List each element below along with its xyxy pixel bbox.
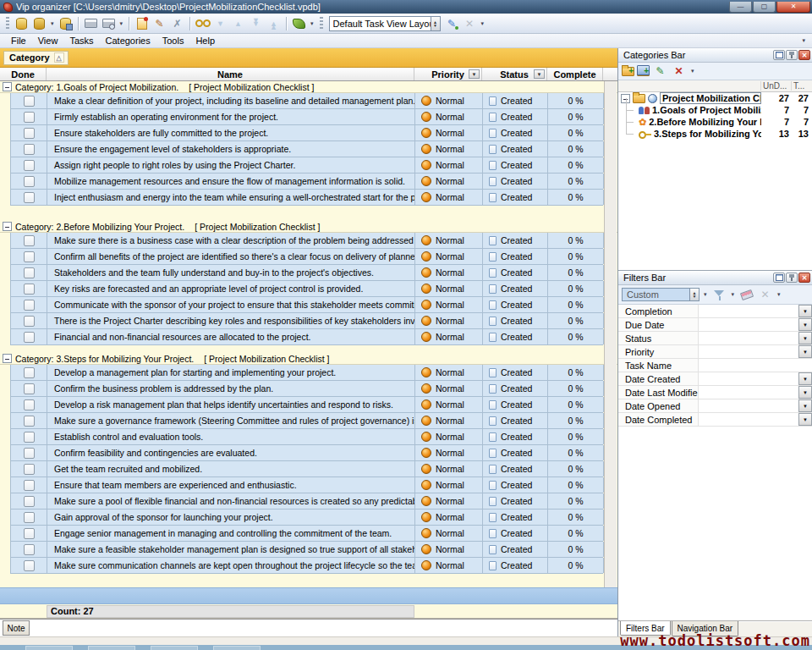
done-checkbox[interactable]: [24, 316, 35, 327]
task-row[interactable]: Engage senior management in managing and…: [11, 526, 603, 542]
task-status[interactable]: Created: [483, 526, 548, 541]
maximize-button[interactable]: ▢: [753, 2, 776, 13]
dropdown-arrow-icon[interactable]: ▾: [730, 291, 737, 298]
edit-task-icon[interactable]: ✎: [151, 15, 167, 31]
task-name[interactable]: Make a clear definition of your project,…: [47, 93, 415, 108]
category-tree-item[interactable]: 1.Goals of Project Mobilization.77: [618, 104, 812, 116]
edit-layout-icon[interactable]: ✎: [444, 15, 460, 31]
task-status[interactable]: Created: [483, 233, 548, 248]
task-row[interactable]: There is the Project Charter describing …: [11, 313, 603, 329]
column-filter-button[interactable]: ▼: [469, 69, 480, 79]
minimize-button[interactable]: —: [729, 2, 752, 13]
task-status[interactable]: Created: [483, 429, 548, 444]
task-priority[interactable]: Normal: [415, 265, 483, 280]
move-down-icon[interactable]: ▼: [212, 15, 228, 31]
vertical-scrollbar[interactable]: [604, 81, 617, 587]
menu-help[interactable]: Help: [189, 35, 221, 47]
dropdown-arrow-icon[interactable]: ▾: [49, 20, 56, 27]
column-header-total[interactable]: T...: [791, 81, 812, 91]
toolbar-grip[interactable]: [320, 17, 323, 30]
task-name[interactable]: Make sure a pool of flexible financial a…: [47, 493, 415, 509]
add-category-icon[interactable]: [622, 67, 634, 76]
done-checkbox[interactable]: [24, 512, 35, 523]
save-database-icon[interactable]: [58, 15, 74, 31]
restore-panel-button[interactable]: [773, 50, 785, 60]
task-name[interactable]: Develop a risk management plan that help…: [47, 397, 415, 412]
add-subcategory-icon[interactable]: [637, 67, 650, 76]
task-name[interactable]: Mobilize management resources and ensure…: [47, 174, 415, 189]
menu-view[interactable]: View: [32, 35, 64, 47]
task-priority[interactable]: Normal: [415, 429, 483, 444]
task-name[interactable]: Make sure a feasible stakeholder managem…: [47, 542, 415, 557]
task-priority[interactable]: Normal: [415, 397, 483, 412]
task-row[interactable]: Make sure a pool of flexible financial a…: [11, 493, 603, 510]
dropdown-arrow-icon[interactable]: ▾: [689, 68, 696, 74]
menu-file[interactable]: File: [5, 35, 32, 47]
task-name[interactable]: Communicate with the sponsor of your pro…: [47, 297, 415, 312]
filter-value-field[interactable]: [699, 372, 798, 385]
task-row[interactable]: Financial and non-financial resources ar…: [11, 329, 603, 345]
task-row[interactable]: Mobilize management resources and ensure…: [11, 174, 603, 190]
filter-value-field[interactable]: [699, 386, 798, 399]
task-status[interactable]: Created: [483, 477, 548, 493]
done-checkbox[interactable]: [24, 267, 35, 278]
move-top-icon[interactable]: ▲: [266, 15, 282, 31]
task-priority[interactable]: Normal: [415, 109, 483, 124]
done-checkbox[interactable]: [24, 480, 35, 491]
done-checkbox[interactable]: [24, 160, 35, 171]
done-checkbox[interactable]: [24, 144, 35, 155]
task-name[interactable]: Stakeholders and the team fully understa…: [47, 265, 415, 280]
task-row[interactable]: Firmly establish an operating environmen…: [11, 109, 603, 125]
task-name[interactable]: Key risks are forecasted and an appropri…: [47, 281, 415, 296]
collapse-icon[interactable]: [3, 354, 12, 363]
task-name[interactable]: Make sure communication channels are kep…: [47, 558, 415, 573]
task-priority[interactable]: Normal: [415, 93, 483, 108]
task-status[interactable]: Created: [483, 542, 548, 557]
task-name[interactable]: Confirm feasibility and contingencies ar…: [47, 445, 415, 460]
edit-category-icon[interactable]: ✎: [652, 63, 668, 80]
category-tree-item[interactable]: ✿2.Before Mobilizing Your Projec77: [618, 116, 812, 128]
task-status[interactable]: Created: [483, 413, 548, 428]
done-checkbox[interactable]: [24, 496, 35, 507]
dropdown-arrow-icon[interactable]: ▾: [480, 20, 486, 27]
done-checkbox[interactable]: [24, 192, 35, 203]
menu-tasks[interactable]: Tasks: [63, 35, 99, 47]
dropdown-arrow-icon[interactable]: ▾: [702, 291, 709, 298]
collapse-icon[interactable]: [3, 82, 12, 91]
open-database-icon[interactable]: [31, 15, 47, 31]
done-checkbox[interactable]: [24, 560, 35, 571]
task-row[interactable]: Assign right people to right roles by us…: [11, 157, 603, 174]
category-tree-item[interactable]: 3.Steps for Mobilizing Your Pro1313: [618, 128, 812, 140]
note-tab[interactable]: Note: [3, 620, 30, 636]
task-status[interactable]: Created: [483, 297, 548, 312]
task-row[interactable]: Develop a risk management plan that help…: [11, 397, 603, 413]
delete-task-icon[interactable]: ✗: [169, 15, 185, 31]
task-status[interactable]: Created: [483, 141, 548, 157]
task-name[interactable]: Establish control and evaluation tools.: [47, 429, 415, 444]
task-name[interactable]: Financial and non-financial resources ar…: [47, 329, 415, 344]
task-row[interactable]: Develop a management plan for starting a…: [11, 365, 603, 381]
task-status[interactable]: Created: [483, 365, 548, 380]
task-priority[interactable]: Normal: [415, 329, 483, 344]
filter-value-field[interactable]: [699, 345, 798, 358]
done-checkbox[interactable]: [24, 332, 35, 343]
column-header-name[interactable]: Name: [47, 68, 414, 80]
filter-preset-selector[interactable]: Custom▲▼: [622, 288, 700, 301]
done-checkbox[interactable]: [24, 448, 35, 459]
filter-apply-icon[interactable]: [711, 287, 727, 303]
task-row[interactable]: Ensure that team members are experienced…: [11, 477, 603, 493]
filter-value-field[interactable]: [699, 305, 798, 317]
task-name[interactable]: Inject enthusiasm and energy into the te…: [47, 190, 415, 205]
task-status[interactable]: Created: [483, 445, 548, 460]
delete-layout-icon[interactable]: ✕: [462, 15, 478, 31]
filter-dropdown-button[interactable]: ▼: [798, 399, 812, 412]
category-group-header[interactable]: Category: 2.Before Mobilizing Your Proje…: [0, 221, 617, 233]
task-row[interactable]: Make sure there is a business case with …: [11, 233, 603, 249]
task-name[interactable]: Ensure that team members are experienced…: [47, 477, 415, 493]
column-header-done[interactable]: Done: [0, 68, 47, 80]
task-priority[interactable]: Normal: [415, 510, 483, 525]
task-priority[interactable]: Normal: [415, 558, 483, 573]
task-priority[interactable]: Normal: [415, 233, 483, 248]
done-checkbox[interactable]: [24, 464, 35, 475]
task-priority[interactable]: Normal: [415, 281, 483, 296]
